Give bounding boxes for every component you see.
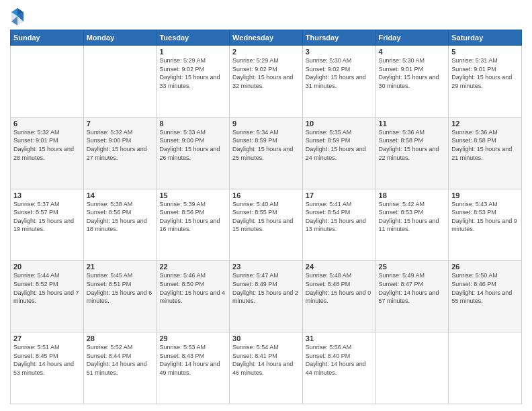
day-number: 23	[232, 263, 300, 271]
day-number: 21	[87, 263, 154, 271]
calendar-day-header: Wednesday	[230, 30, 303, 46]
day-detail: Sunrise: 5:38 AMSunset: 8:56 PMDaylight:…	[87, 200, 154, 234]
day-number: 29	[159, 334, 226, 342]
day-detail: Sunrise: 5:43 AMSunset: 8:53 PMDaylight:…	[451, 200, 519, 234]
day-number: 26	[451, 263, 519, 271]
day-number: 7	[87, 120, 154, 128]
day-detail: Sunrise: 5:48 AMSunset: 8:48 PMDaylight:…	[306, 271, 373, 305]
day-detail: Sunrise: 5:30 AMSunset: 9:02 PMDaylight:…	[306, 56, 373, 90]
calendar-cell: 6 Sunrise: 5:32 AMSunset: 9:01 PMDayligh…	[11, 117, 84, 189]
day-number: 15	[159, 191, 226, 199]
day-detail: Sunrise: 5:51 AMSunset: 8:45 PMDaylight:…	[13, 343, 81, 377]
calendar-cell: 5 Sunrise: 5:31 AMSunset: 9:01 PMDayligh…	[449, 46, 522, 118]
day-number: 16	[232, 191, 300, 199]
day-detail: Sunrise: 5:45 AMSunset: 8:51 PMDaylight:…	[87, 271, 154, 305]
day-number: 18	[379, 191, 446, 199]
day-detail: Sunrise: 5:34 AMSunset: 8:59 PMDaylight:…	[232, 128, 300, 162]
day-detail: Sunrise: 5:54 AMSunset: 8:41 PMDaylight:…	[232, 343, 300, 377]
page-container: SundayMondayTuesdayWednesdayThursdayFrid…	[0, 0, 532, 411]
calendar-cell: 28 Sunrise: 5:52 AMSunset: 8:44 PMDaylig…	[83, 332, 157, 404]
calendar-cell: 25 Sunrise: 5:49 AMSunset: 8:47 PMDaylig…	[375, 261, 449, 332]
day-detail: Sunrise: 5:47 AMSunset: 8:49 PMDaylight:…	[232, 271, 300, 305]
day-number: 28	[87, 334, 154, 342]
day-detail: Sunrise: 5:32 AMSunset: 9:01 PMDaylight:…	[13, 128, 81, 162]
calendar-cell: 2 Sunrise: 5:29 AMSunset: 9:02 PMDayligh…	[230, 46, 303, 118]
logo-icon	[10, 7, 25, 26]
day-detail: Sunrise: 5:44 AMSunset: 8:52 PMDaylight:…	[13, 271, 81, 305]
calendar-cell: 11 Sunrise: 5:36 AMSunset: 8:58 PMDaylig…	[375, 117, 449, 189]
calendar-cell: 23 Sunrise: 5:47 AMSunset: 8:49 PMDaylig…	[230, 261, 303, 332]
day-detail: Sunrise: 5:37 AMSunset: 8:57 PMDaylight:…	[13, 200, 81, 234]
day-number: 22	[159, 263, 226, 271]
calendar-cell	[11, 46, 84, 118]
day-detail: Sunrise: 5:36 AMSunset: 8:58 PMDaylight:…	[379, 128, 446, 162]
day-detail: Sunrise: 5:41 AMSunset: 8:54 PMDaylight:…	[306, 200, 373, 234]
day-detail: Sunrise: 5:40 AMSunset: 8:55 PMDaylight:…	[232, 200, 300, 234]
calendar-cell: 24 Sunrise: 5:48 AMSunset: 8:48 PMDaylig…	[302, 261, 375, 332]
day-number: 2	[232, 48, 300, 56]
day-number: 12	[451, 120, 519, 128]
calendar-cell	[449, 332, 522, 404]
calendar-cell: 1 Sunrise: 5:29 AMSunset: 9:02 PMDayligh…	[157, 46, 230, 118]
calendar-day-header: Monday	[83, 30, 157, 46]
calendar-day-header: Sunday	[11, 30, 84, 46]
day-number: 27	[13, 334, 81, 342]
calendar-cell: 9 Sunrise: 5:34 AMSunset: 8:59 PMDayligh…	[230, 117, 303, 189]
calendar-cell: 31 Sunrise: 5:56 AMSunset: 8:40 PMDaylig…	[302, 332, 375, 404]
day-number: 14	[87, 191, 154, 199]
calendar-cell: 16 Sunrise: 5:40 AMSunset: 8:55 PMDaylig…	[230, 189, 303, 261]
day-detail: Sunrise: 5:49 AMSunset: 8:47 PMDaylight:…	[379, 271, 446, 305]
day-detail: Sunrise: 5:52 AMSunset: 8:44 PMDaylight:…	[87, 343, 154, 377]
calendar-header-row: SundayMondayTuesdayWednesdayThursdayFrid…	[11, 30, 522, 46]
calendar-cell: 12 Sunrise: 5:36 AMSunset: 8:58 PMDaylig…	[449, 117, 522, 189]
day-number: 5	[451, 48, 519, 56]
calendar-cell: 14 Sunrise: 5:38 AMSunset: 8:56 PMDaylig…	[83, 189, 157, 261]
calendar-cell: 21 Sunrise: 5:45 AMSunset: 8:51 PMDaylig…	[83, 261, 157, 332]
calendar-cell: 10 Sunrise: 5:35 AMSunset: 8:59 PMDaylig…	[302, 117, 375, 189]
calendar-week-row: 20 Sunrise: 5:44 AMSunset: 8:52 PMDaylig…	[11, 261, 522, 332]
day-number: 4	[379, 48, 446, 56]
calendar-day-header: Tuesday	[157, 30, 230, 46]
day-detail: Sunrise: 5:36 AMSunset: 8:58 PMDaylight:…	[451, 128, 519, 162]
calendar-cell: 19 Sunrise: 5:43 AMSunset: 8:53 PMDaylig…	[449, 189, 522, 261]
calendar-cell: 7 Sunrise: 5:32 AMSunset: 9:00 PMDayligh…	[83, 117, 157, 189]
day-number: 31	[306, 334, 373, 342]
day-number: 9	[232, 120, 300, 128]
day-detail: Sunrise: 5:35 AMSunset: 8:59 PMDaylight:…	[306, 128, 373, 162]
calendar-cell: 13 Sunrise: 5:37 AMSunset: 8:57 PMDaylig…	[11, 189, 84, 261]
calendar-cell: 30 Sunrise: 5:54 AMSunset: 8:41 PMDaylig…	[230, 332, 303, 404]
calendar-table: SundayMondayTuesdayWednesdayThursdayFrid…	[10, 30, 522, 404]
day-number: 10	[306, 120, 373, 128]
day-number: 24	[306, 263, 373, 271]
day-detail: Sunrise: 5:39 AMSunset: 8:56 PMDaylight:…	[159, 200, 226, 234]
calendar-week-row: 27 Sunrise: 5:51 AMSunset: 8:45 PMDaylig…	[11, 332, 522, 404]
day-number: 17	[306, 191, 373, 199]
header	[10, 7, 522, 26]
logo	[10, 7, 25, 26]
day-number: 20	[13, 263, 81, 271]
day-detail: Sunrise: 5:56 AMSunset: 8:40 PMDaylight:…	[306, 343, 373, 377]
calendar-cell: 18 Sunrise: 5:42 AMSunset: 8:53 PMDaylig…	[375, 189, 449, 261]
calendar-cell: 26 Sunrise: 5:50 AMSunset: 8:46 PMDaylig…	[449, 261, 522, 332]
calendar-cell: 3 Sunrise: 5:30 AMSunset: 9:02 PMDayligh…	[302, 46, 375, 118]
day-number: 19	[451, 191, 519, 199]
day-number: 6	[13, 120, 81, 128]
calendar-cell: 27 Sunrise: 5:51 AMSunset: 8:45 PMDaylig…	[11, 332, 84, 404]
day-detail: Sunrise: 5:50 AMSunset: 8:46 PMDaylight:…	[451, 271, 519, 305]
day-detail: Sunrise: 5:31 AMSunset: 9:01 PMDaylight:…	[451, 56, 519, 90]
day-number: 11	[379, 120, 446, 128]
calendar-week-row: 1 Sunrise: 5:29 AMSunset: 9:02 PMDayligh…	[11, 46, 522, 118]
day-number: 25	[379, 263, 446, 271]
calendar-cell: 20 Sunrise: 5:44 AMSunset: 8:52 PMDaylig…	[11, 261, 84, 332]
day-number: 8	[159, 120, 226, 128]
calendar-cell: 17 Sunrise: 5:41 AMSunset: 8:54 PMDaylig…	[302, 189, 375, 261]
calendar-week-row: 13 Sunrise: 5:37 AMSunset: 8:57 PMDaylig…	[11, 189, 522, 261]
calendar-cell: 8 Sunrise: 5:33 AMSunset: 9:00 PMDayligh…	[157, 117, 230, 189]
day-detail: Sunrise: 5:46 AMSunset: 8:50 PMDaylight:…	[159, 271, 226, 305]
calendar-cell: 15 Sunrise: 5:39 AMSunset: 8:56 PMDaylig…	[157, 189, 230, 261]
day-detail: Sunrise: 5:33 AMSunset: 9:00 PMDaylight:…	[159, 128, 226, 162]
calendar-cell: 29 Sunrise: 5:53 AMSunset: 8:43 PMDaylig…	[157, 332, 230, 404]
day-number: 30	[232, 334, 300, 342]
calendar-day-header: Friday	[375, 30, 449, 46]
day-detail: Sunrise: 5:30 AMSunset: 9:01 PMDaylight:…	[379, 56, 446, 90]
